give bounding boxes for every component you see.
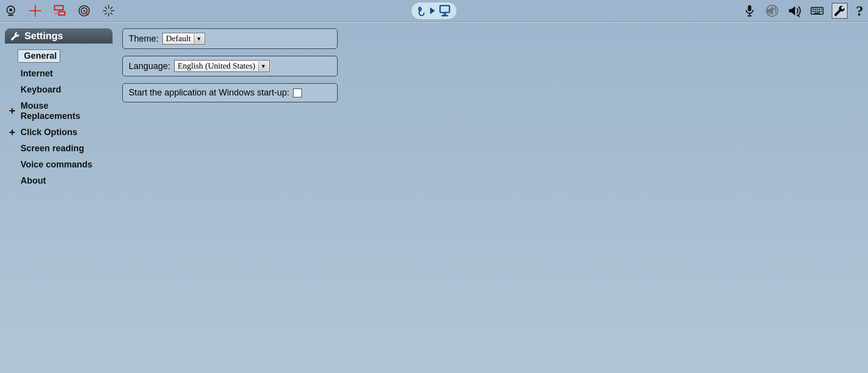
svg-rect-33 [817, 9, 818, 10]
startup-checkbox[interactable] [293, 89, 302, 97]
sidebar-item-keyboard[interactable]: Keyboard [5, 82, 113, 98]
startup-label: Start the application at Windows start-u… [129, 88, 289, 98]
svg-rect-37 [815, 11, 816, 12]
radar-icon[interactable] [76, 3, 92, 19]
voice-off-icon[interactable] [764, 3, 780, 19]
theme-row: Theme: Default ▼ [122, 28, 338, 49]
chevron-down-icon: ▼ [258, 61, 268, 71]
sidebar-item-internet[interactable]: Internet [5, 66, 113, 82]
sidebar-item-label: Voice commands [18, 160, 92, 170]
svg-rect-32 [815, 9, 816, 10]
svg-rect-24 [441, 15, 448, 17]
svg-line-11 [84, 11, 89, 15]
sidebar-item-label: Screen reading [18, 143, 84, 154]
sidebar-header: Settings [5, 28, 113, 44]
svg-line-17 [111, 13, 113, 15]
theme-label: Theme: [129, 34, 159, 44]
sidebar-title: Settings [24, 30, 63, 42]
sidebar-item-label: Click Options [18, 127, 77, 138]
svg-rect-35 [821, 9, 822, 10]
sidebar-item-voice-commands[interactable]: Voice commands [5, 157, 113, 173]
main-panel: Theme: Default ▼ Language: English (Unit… [122, 28, 865, 370]
keyboard-icon[interactable] [809, 3, 825, 19]
svg-rect-5 [55, 6, 64, 10]
burst-icon[interactable] [101, 3, 116, 19]
wrench-small-icon [10, 31, 21, 42]
expand-icon[interactable]: + [7, 128, 18, 137]
svg-rect-22 [440, 6, 449, 13]
theme-select[interactable]: Default ▼ [162, 33, 205, 45]
svg-rect-41 [814, 13, 820, 14]
svg-rect-23 [443, 13, 446, 15]
microphone-icon[interactable] [742, 3, 757, 19]
sidebar: Settings General Internet Keyboard + Mou… [5, 28, 113, 370]
toolbar-right: ? [742, 2, 865, 19]
app-logo [411, 2, 457, 19]
svg-rect-39 [819, 11, 821, 12]
sidebar-item-general[interactable]: General [5, 47, 113, 66]
camera-icon[interactable] [3, 3, 19, 19]
language-value: English (United States) [178, 61, 255, 71]
rectangle-icon[interactable] [52, 3, 68, 19]
svg-line-18 [111, 7, 113, 9]
language-select[interactable]: English (United States) ▼ [174, 60, 270, 72]
theme-value: Default [166, 34, 191, 44]
help-icon[interactable]: ? [854, 2, 865, 19]
sidebar-item-about[interactable]: About [5, 173, 113, 189]
svg-rect-36 [812, 11, 814, 12]
sidebar-item-label: Mouse Replacements [18, 101, 111, 121]
sidebar-items: General Internet Keyboard + Mouse Replac… [5, 44, 113, 189]
svg-line-16 [105, 7, 107, 9]
svg-rect-31 [812, 9, 814, 10]
volume-icon[interactable] [787, 3, 802, 19]
svg-rect-34 [819, 9, 821, 10]
svg-point-21 [418, 8, 420, 10]
wrench-icon[interactable] [832, 3, 847, 19]
svg-point-1 [9, 8, 12, 11]
expand-icon[interactable]: + [7, 107, 18, 116]
crosshair-icon[interactable] [27, 3, 43, 19]
startup-row: Start the application at Windows start-u… [122, 83, 338, 102]
svg-line-19 [105, 13, 107, 15]
svg-rect-2 [8, 15, 14, 16]
language-row: Language: English (United States) ▼ [122, 56, 338, 76]
svg-rect-38 [817, 11, 818, 12]
language-label: Language: [129, 61, 170, 71]
sidebar-item-screen-reading[interactable]: Screen reading [5, 140, 113, 157]
sidebar-item-label: Keyboard [18, 85, 61, 95]
chevron-down-icon: ▼ [194, 34, 204, 44]
sidebar-item-label: About [18, 176, 46, 186]
sidebar-item-label: General [21, 51, 57, 61]
sidebar-item-label: Internet [18, 69, 53, 79]
sidebar-item-click-options[interactable]: + Click Options [5, 124, 113, 140]
svg-rect-40 [821, 11, 822, 12]
toolbar: ? [0, 0, 868, 22]
toolbar-left [3, 3, 116, 19]
sidebar-item-mouse-replacements[interactable]: + Mouse Replacements [5, 98, 113, 124]
svg-rect-25 [748, 5, 752, 11]
svg-rect-6 [59, 12, 65, 15]
content: Settings General Internet Keyboard + Mou… [0, 23, 868, 373]
